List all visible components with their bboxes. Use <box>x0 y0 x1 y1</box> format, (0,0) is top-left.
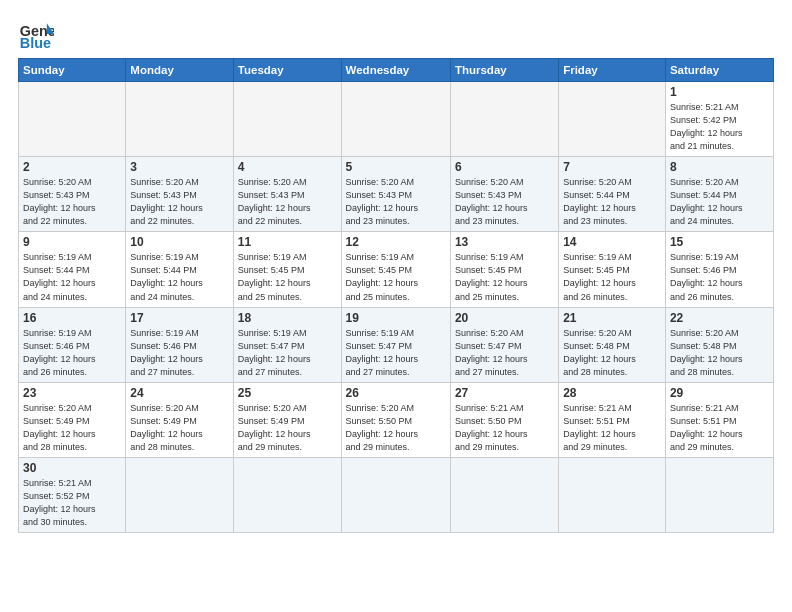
calendar-cell: 20Sunrise: 5:20 AM Sunset: 5:47 PM Dayli… <box>450 307 558 382</box>
day-info: Sunrise: 5:20 AM Sunset: 5:49 PM Dayligh… <box>130 402 229 454</box>
calendar-cell: 21Sunrise: 5:20 AM Sunset: 5:48 PM Dayli… <box>559 307 666 382</box>
calendar-cell: 7Sunrise: 5:20 AM Sunset: 5:44 PM Daylig… <box>559 157 666 232</box>
weekday-header-monday: Monday <box>126 59 234 82</box>
calendar-cell: 28Sunrise: 5:21 AM Sunset: 5:51 PM Dayli… <box>559 382 666 457</box>
day-number: 17 <box>130 311 229 325</box>
day-number: 28 <box>563 386 661 400</box>
calendar-cell: 25Sunrise: 5:20 AM Sunset: 5:49 PM Dayli… <box>233 382 341 457</box>
day-info: Sunrise: 5:19 AM Sunset: 5:47 PM Dayligh… <box>238 327 337 379</box>
calendar-cell: 27Sunrise: 5:21 AM Sunset: 5:50 PM Dayli… <box>450 382 558 457</box>
weekday-header-wednesday: Wednesday <box>341 59 450 82</box>
day-info: Sunrise: 5:20 AM Sunset: 5:43 PM Dayligh… <box>130 176 229 228</box>
calendar-cell: 8Sunrise: 5:20 AM Sunset: 5:44 PM Daylig… <box>665 157 773 232</box>
weekday-header-saturday: Saturday <box>665 59 773 82</box>
calendar-cell <box>450 82 558 157</box>
day-info: Sunrise: 5:21 AM Sunset: 5:51 PM Dayligh… <box>670 402 769 454</box>
calendar-cell <box>665 457 773 532</box>
calendar-cell: 14Sunrise: 5:19 AM Sunset: 5:45 PM Dayli… <box>559 232 666 307</box>
calendar-cell: 13Sunrise: 5:19 AM Sunset: 5:45 PM Dayli… <box>450 232 558 307</box>
calendar-cell: 10Sunrise: 5:19 AM Sunset: 5:44 PM Dayli… <box>126 232 234 307</box>
day-number: 25 <box>238 386 337 400</box>
calendar-cell: 19Sunrise: 5:19 AM Sunset: 5:47 PM Dayli… <box>341 307 450 382</box>
day-number: 6 <box>455 160 554 174</box>
day-info: Sunrise: 5:20 AM Sunset: 5:48 PM Dayligh… <box>670 327 769 379</box>
calendar-cell: 5Sunrise: 5:20 AM Sunset: 5:43 PM Daylig… <box>341 157 450 232</box>
day-number: 8 <box>670 160 769 174</box>
day-info: Sunrise: 5:19 AM Sunset: 5:45 PM Dayligh… <box>563 251 661 303</box>
day-number: 2 <box>23 160 121 174</box>
calendar-cell <box>19 82 126 157</box>
day-info: Sunrise: 5:19 AM Sunset: 5:44 PM Dayligh… <box>130 251 229 303</box>
day-info: Sunrise: 5:19 AM Sunset: 5:46 PM Dayligh… <box>130 327 229 379</box>
calendar-week-2: 2Sunrise: 5:20 AM Sunset: 5:43 PM Daylig… <box>19 157 774 232</box>
calendar-cell <box>450 457 558 532</box>
day-info: Sunrise: 5:21 AM Sunset: 5:42 PM Dayligh… <box>670 101 769 153</box>
calendar-week-1: 1Sunrise: 5:21 AM Sunset: 5:42 PM Daylig… <box>19 82 774 157</box>
calendar-cell: 1Sunrise: 5:21 AM Sunset: 5:42 PM Daylig… <box>665 82 773 157</box>
day-info: Sunrise: 5:20 AM Sunset: 5:43 PM Dayligh… <box>346 176 446 228</box>
logo: General Blue <box>18 16 60 52</box>
day-number: 18 <box>238 311 337 325</box>
calendar-cell <box>341 82 450 157</box>
day-number: 23 <box>23 386 121 400</box>
day-number: 3 <box>130 160 229 174</box>
page: General Blue SundayMondayTuesdayWednesda… <box>0 0 792 612</box>
calendar-week-4: 16Sunrise: 5:19 AM Sunset: 5:46 PM Dayli… <box>19 307 774 382</box>
calendar-cell <box>126 82 234 157</box>
day-number: 26 <box>346 386 446 400</box>
day-info: Sunrise: 5:20 AM Sunset: 5:44 PM Dayligh… <box>563 176 661 228</box>
header: General Blue <box>18 16 774 52</box>
day-info: Sunrise: 5:21 AM Sunset: 5:52 PM Dayligh… <box>23 477 121 529</box>
day-info: Sunrise: 5:19 AM Sunset: 5:45 PM Dayligh… <box>455 251 554 303</box>
calendar-cell <box>233 457 341 532</box>
day-number: 7 <box>563 160 661 174</box>
weekday-header-sunday: Sunday <box>19 59 126 82</box>
calendar-cell: 3Sunrise: 5:20 AM Sunset: 5:43 PM Daylig… <box>126 157 234 232</box>
day-number: 16 <box>23 311 121 325</box>
weekday-header-tuesday: Tuesday <box>233 59 341 82</box>
day-number: 14 <box>563 235 661 249</box>
calendar-cell <box>341 457 450 532</box>
calendar-cell: 17Sunrise: 5:19 AM Sunset: 5:46 PM Dayli… <box>126 307 234 382</box>
day-info: Sunrise: 5:19 AM Sunset: 5:47 PM Dayligh… <box>346 327 446 379</box>
calendar-cell: 29Sunrise: 5:21 AM Sunset: 5:51 PM Dayli… <box>665 382 773 457</box>
calendar-cell: 12Sunrise: 5:19 AM Sunset: 5:45 PM Dayli… <box>341 232 450 307</box>
day-number: 15 <box>670 235 769 249</box>
day-number: 10 <box>130 235 229 249</box>
weekday-header-row: SundayMondayTuesdayWednesdayThursdayFrid… <box>19 59 774 82</box>
calendar-cell: 30Sunrise: 5:21 AM Sunset: 5:52 PM Dayli… <box>19 457 126 532</box>
day-info: Sunrise: 5:20 AM Sunset: 5:48 PM Dayligh… <box>563 327 661 379</box>
day-number: 9 <box>23 235 121 249</box>
day-info: Sunrise: 5:20 AM Sunset: 5:49 PM Dayligh… <box>238 402 337 454</box>
day-info: Sunrise: 5:20 AM Sunset: 5:43 PM Dayligh… <box>238 176 337 228</box>
calendar-cell <box>126 457 234 532</box>
day-info: Sunrise: 5:19 AM Sunset: 5:46 PM Dayligh… <box>23 327 121 379</box>
calendar-cell: 18Sunrise: 5:19 AM Sunset: 5:47 PM Dayli… <box>233 307 341 382</box>
day-info: Sunrise: 5:19 AM Sunset: 5:45 PM Dayligh… <box>346 251 446 303</box>
calendar-cell: 23Sunrise: 5:20 AM Sunset: 5:49 PM Dayli… <box>19 382 126 457</box>
calendar-week-3: 9Sunrise: 5:19 AM Sunset: 5:44 PM Daylig… <box>19 232 774 307</box>
day-number: 12 <box>346 235 446 249</box>
day-info: Sunrise: 5:19 AM Sunset: 5:44 PM Dayligh… <box>23 251 121 303</box>
day-number: 22 <box>670 311 769 325</box>
calendar-cell <box>559 82 666 157</box>
calendar-week-5: 23Sunrise: 5:20 AM Sunset: 5:49 PM Dayli… <box>19 382 774 457</box>
day-number: 30 <box>23 461 121 475</box>
calendar-cell: 15Sunrise: 5:19 AM Sunset: 5:46 PM Dayli… <box>665 232 773 307</box>
day-info: Sunrise: 5:21 AM Sunset: 5:50 PM Dayligh… <box>455 402 554 454</box>
weekday-header-thursday: Thursday <box>450 59 558 82</box>
day-info: Sunrise: 5:20 AM Sunset: 5:50 PM Dayligh… <box>346 402 446 454</box>
calendar-cell <box>559 457 666 532</box>
day-number: 1 <box>670 85 769 99</box>
day-info: Sunrise: 5:19 AM Sunset: 5:46 PM Dayligh… <box>670 251 769 303</box>
calendar-cell: 4Sunrise: 5:20 AM Sunset: 5:43 PM Daylig… <box>233 157 341 232</box>
calendar-cell: 9Sunrise: 5:19 AM Sunset: 5:44 PM Daylig… <box>19 232 126 307</box>
calendar-cell: 6Sunrise: 5:20 AM Sunset: 5:43 PM Daylig… <box>450 157 558 232</box>
day-number: 21 <box>563 311 661 325</box>
day-number: 20 <box>455 311 554 325</box>
day-number: 4 <box>238 160 337 174</box>
day-number: 24 <box>130 386 229 400</box>
day-number: 29 <box>670 386 769 400</box>
day-info: Sunrise: 5:20 AM Sunset: 5:49 PM Dayligh… <box>23 402 121 454</box>
day-number: 5 <box>346 160 446 174</box>
